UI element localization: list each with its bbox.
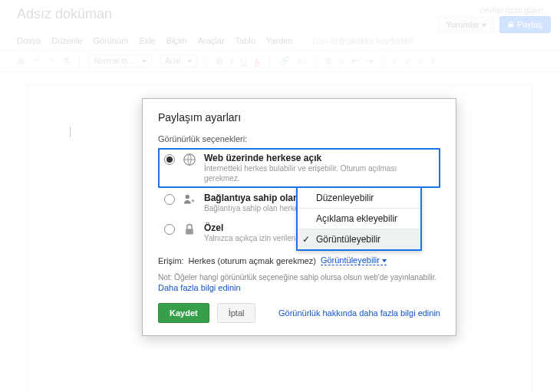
more-info-link[interactable]: Daha fazla bilgi edinin xyxy=(158,283,440,292)
radio-public[interactable] xyxy=(164,154,175,165)
dialog-title: Paylaşım ayarları xyxy=(158,111,440,124)
lock-icon-grey xyxy=(183,222,196,236)
dropdown-item-edit[interactable]: Düzenleyebilir xyxy=(298,188,420,209)
svg-rect-3 xyxy=(186,229,193,234)
visibility-info-link[interactable]: Görünürlük hakkında daha fazla bilgi edi… xyxy=(278,308,440,318)
cancel-button[interactable]: İptal xyxy=(217,303,256,323)
visibility-label: Görünürlük seçenekleri: xyxy=(158,134,440,143)
svg-point-2 xyxy=(192,199,195,203)
option-public[interactable]: Web üzerinde herkese açık İnternetteki h… xyxy=(158,148,440,188)
access-label: Erişim: xyxy=(158,256,184,265)
dropdown-item-view[interactable]: ✓Görüntüleyebilir xyxy=(298,229,420,249)
dropdown-item-comment[interactable]: Açıklama ekleyebilir xyxy=(298,209,420,229)
people-link-icon xyxy=(183,193,196,206)
save-button[interactable]: Kaydet xyxy=(158,303,209,323)
radio-private[interactable] xyxy=(164,224,175,235)
option-public-sub: İnternetteki herkes bulabilir ve erişebi… xyxy=(204,163,434,183)
option-public-title: Web üzerinde herkese açık xyxy=(204,153,434,163)
permission-dropdown: Düzenleyebilir Açıklama ekleyebilir ✓Gör… xyxy=(296,186,422,251)
access-value: Herkes (oturum açmak gerekmez) xyxy=(189,256,316,265)
radio-link[interactable] xyxy=(164,194,175,205)
publish-note: Not: Öğeler hangi görünürlük seçeneğine … xyxy=(158,273,440,282)
access-dropdown[interactable]: Görüntüleyebilir xyxy=(321,255,387,265)
check-icon: ✓ xyxy=(302,234,310,245)
globe-icon xyxy=(183,153,196,166)
svg-point-1 xyxy=(186,195,189,199)
